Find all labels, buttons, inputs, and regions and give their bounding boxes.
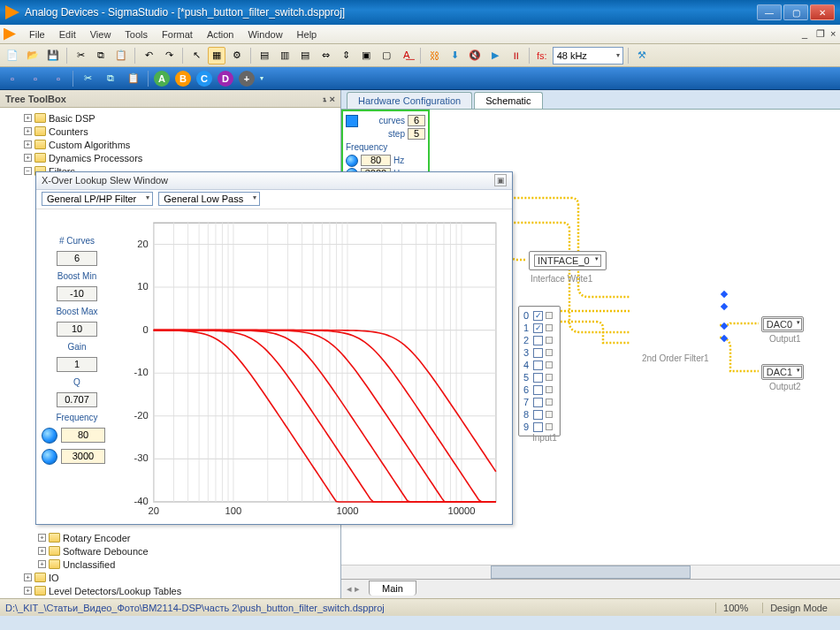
- interface-write-block[interactable]: INTFACE_0: [529, 251, 607, 270]
- filter-type-dropdown[interactable]: General LP/HP Filter: [42, 192, 153, 206]
- menu-file[interactable]: File: [23, 27, 51, 42]
- input-checkbox[interactable]: [533, 373, 543, 383]
- tree-item[interactable]: +IO: [2, 571, 339, 584]
- mute-button[interactable]: 🔇: [466, 47, 484, 65]
- undo-button[interactable]: ↶: [140, 47, 157, 65]
- boost-min-input[interactable]: -10: [57, 286, 97, 301]
- tree-item[interactable]: +Licensed Algorithms: [2, 597, 339, 598]
- tree-item[interactable]: +Level Detectors/Lookup Tables: [2, 584, 339, 597]
- align-left-button[interactable]: ▤: [256, 47, 273, 65]
- input-checkbox[interactable]: [533, 385, 543, 395]
- expander-icon[interactable]: +: [38, 547, 46, 555]
- freq-low-input[interactable]: 80: [61, 428, 105, 443]
- mdi-minimize-button[interactable]: _: [796, 27, 808, 42]
- expander-icon[interactable]: +: [38, 560, 46, 568]
- boost-max-input[interactable]: 10: [57, 322, 97, 337]
- play-button[interactable]: ▶: [486, 47, 504, 65]
- input-checkbox[interactable]: ✓: [533, 311, 543, 321]
- expander-icon[interactable]: +: [38, 534, 46, 542]
- copy-button[interactable]: ⧉: [92, 47, 110, 65]
- tree-item[interactable]: +Rotary Encoder: [2, 531, 339, 544]
- ungroup-button[interactable]: ▢: [378, 47, 395, 65]
- channel-d-button[interactable]: D: [218, 71, 233, 87]
- input-checkbox[interactable]: [533, 398, 543, 407]
- filter-sub-dropdown[interactable]: General Low Pass: [158, 192, 260, 206]
- menu-tools[interactable]: Tools: [118, 27, 154, 42]
- menu-view[interactable]: View: [84, 27, 118, 42]
- stop-button[interactable]: ⏸: [507, 47, 524, 65]
- sample-rate-dropdown[interactable]: 48 kHz: [553, 47, 623, 65]
- tab-nav-arrows[interactable]: ◂ ▸: [341, 583, 365, 595]
- tree-item[interactable]: +Dynamics Processors: [2, 151, 339, 164]
- filter-step-value[interactable]: 5: [408, 128, 425, 140]
- open-button[interactable]: 📂: [24, 47, 42, 65]
- panel-close-icon[interactable]: ×: [330, 94, 335, 104]
- input-checkbox[interactable]: ✓: [533, 323, 543, 333]
- tree-item[interactable]: +Unclassified: [2, 558, 339, 571]
- pointer-tool-button[interactable]: ↖: [187, 47, 205, 65]
- bottom-tab-main[interactable]: Main: [369, 581, 416, 596]
- cut2-icon[interactable]: ✂: [79, 70, 96, 87]
- tree-item[interactable]: +Basic DSP: [2, 111, 339, 125]
- new-button[interactable]: 📄: [4, 47, 21, 65]
- new2-icon[interactable]: ▫: [4, 70, 21, 87]
- save-button[interactable]: 💾: [44, 47, 62, 65]
- freq-low-knob[interactable]: [42, 428, 57, 444]
- redo-button[interactable]: ↷: [160, 47, 178, 65]
- expander-icon[interactable]: −: [24, 167, 32, 175]
- compile-button[interactable]: ⚙: [228, 47, 246, 65]
- channel-a-button[interactable]: A: [154, 71, 170, 87]
- gain-input[interactable]: 1: [57, 357, 97, 372]
- paste2-icon[interactable]: 📋: [125, 70, 142, 87]
- expander-icon[interactable]: +: [24, 114, 32, 122]
- select-tool-button[interactable]: ▦: [208, 47, 225, 65]
- mdi-restore-button[interactable]: ❐: [810, 27, 822, 42]
- mdi-close-button[interactable]: ×: [824, 27, 836, 42]
- popup-close-button[interactable]: ▣: [494, 174, 507, 186]
- channel-c-button[interactable]: C: [196, 71, 212, 87]
- open2-icon[interactable]: ▫: [27, 70, 44, 87]
- menu-edit[interactable]: Edit: [53, 27, 82, 42]
- freq-high-input[interactable]: 3000: [61, 449, 105, 464]
- download-button[interactable]: ⬇: [446, 47, 463, 65]
- distribute-v-button[interactable]: ⇕: [337, 47, 355, 65]
- save2-icon[interactable]: ▫: [50, 70, 67, 87]
- canvas-hscroll[interactable]: [341, 565, 840, 579]
- filter-curves-value[interactable]: 6: [408, 115, 425, 126]
- align-center-button[interactable]: ▥: [276, 47, 294, 65]
- channel-add-button[interactable]: +: [239, 71, 255, 87]
- tab-hardware-config[interactable]: Hardware Configuration: [347, 92, 472, 109]
- tab-schematic[interactable]: Schematic: [474, 92, 542, 109]
- maximize-button[interactable]: ▢: [783, 4, 808, 20]
- dac1-block[interactable]: DAC1: [761, 364, 804, 380]
- label-button[interactable]: A͟: [398, 47, 416, 65]
- distribute-h-button[interactable]: ⇔: [317, 47, 334, 65]
- pin-icon[interactable]: ₁: [323, 93, 326, 104]
- dac0-block[interactable]: DAC0: [761, 316, 804, 332]
- tree-item[interactable]: +Custom Algorithms: [2, 138, 339, 151]
- link-button[interactable]: ⛓: [425, 47, 443, 65]
- cut-button[interactable]: ✂: [72, 47, 89, 65]
- freq-knob-1[interactable]: [346, 155, 358, 167]
- expander-icon[interactable]: +: [24, 587, 32, 595]
- input-checkbox[interactable]: [533, 348, 543, 358]
- copy2-icon[interactable]: ⧉: [102, 70, 119, 87]
- tree-item[interactable]: +Counters: [2, 125, 339, 138]
- menu-format[interactable]: Format: [156, 27, 199, 42]
- input-checkbox[interactable]: [533, 410, 543, 420]
- align-right-button[interactable]: ▤: [296, 47, 314, 65]
- expander-icon[interactable]: +: [24, 140, 32, 148]
- input-block[interactable]: 0✓1✓23456789: [518, 306, 561, 436]
- tree-item[interactable]: +Software Debounce: [2, 544, 339, 558]
- settings-button[interactable]: ⚒: [633, 47, 651, 65]
- curves-input[interactable]: 6: [57, 251, 97, 266]
- freq-high-knob[interactable]: [42, 449, 57, 465]
- paste-button[interactable]: 📋: [112, 47, 130, 65]
- menu-action[interactable]: Action: [201, 27, 241, 42]
- input-checkbox[interactable]: [533, 422, 543, 432]
- expander-icon[interactable]: +: [24, 154, 32, 162]
- expander-icon[interactable]: +: [24, 127, 32, 135]
- xover-popup[interactable]: X-Over Lookup Slew Window ▣ General LP/H…: [35, 171, 513, 525]
- minimize-button[interactable]: —: [757, 4, 782, 20]
- filter-f1-value[interactable]: 80: [361, 155, 391, 166]
